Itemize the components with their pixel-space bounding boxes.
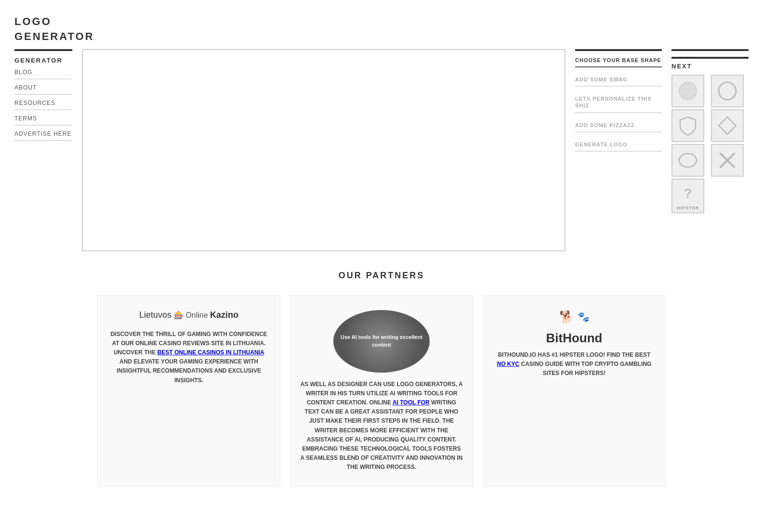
step-personalize[interactable]: LETS PERSONALIZE THIS SHIZ — [575, 95, 662, 113]
site-title: LOGO GENERATOR — [14, 14, 749, 44]
step-div-2 — [575, 86, 662, 87]
right-panels: NEXT — [671, 49, 749, 251]
shape-circle-filled[interactable] — [671, 75, 704, 107]
steps-bar — [575, 49, 662, 51]
step-div-5 — [575, 151, 662, 152]
shapes-grid: ? HIPSTER — [671, 75, 749, 213]
sidebar-divider-1 — [14, 78, 72, 79]
sidebar-item-blog[interactable]: BLOG — [14, 69, 72, 76]
shape-hipster[interactable]: ? HIPSTER — [671, 179, 704, 213]
svg-marker-2 — [719, 117, 736, 134]
casino-logo-online: Online — [185, 311, 210, 319]
svg-point-1 — [719, 82, 736, 100]
svg-point-3 — [679, 154, 697, 167]
svg-text:?: ? — [684, 186, 692, 201]
nokyc-link[interactable]: NO KYC — [497, 361, 520, 367]
sidebar-divider-2 — [14, 94, 72, 95]
step-add-swag[interactable]: ADD SOME SWAG — [575, 76, 662, 87]
aitools-image: Use AI tools for writing excellent conte… — [333, 310, 430, 373]
casino-link[interactable]: BEST ONLINE CASINOS IN LITHUANIA — [158, 349, 264, 356]
step-label-5: GENERATE LOGO — [575, 141, 662, 148]
shape-diamond[interactable] — [711, 109, 744, 142]
bithound-body: BITHOUND.IO HAS #1 HIPSTER LOGO! FIND TH… — [493, 350, 656, 378]
shape-hexagon[interactable] — [671, 144, 704, 177]
logo-canvas — [82, 49, 566, 251]
step-label-1: CHOOSE YOUR BASE SHAPE — [575, 57, 662, 64]
casino-logo: Lietuvos 🎰 Online Kazino — [139, 310, 238, 320]
shape-shield[interactable] — [671, 109, 704, 142]
partner-card-bithound: 🐕 🐾 BitHound BITHOUND.IO HAS #1 HIPSTER … — [483, 295, 666, 487]
step-generate[interactable]: GENERATE LOGO — [575, 141, 662, 152]
sidebar-item-resources[interactable]: RESOURCES — [14, 100, 72, 106]
bithound-paw-icon: 🐾 — [578, 311, 590, 323]
bithound-dog-icon: 🐕 — [559, 310, 574, 324]
sidebar-item-about[interactable]: ABOUT — [14, 84, 72, 91]
step-label-3: LETS PERSONALIZE THIS SHIZ — [575, 95, 662, 109]
hipster-label: HIPSTER — [677, 206, 699, 210]
step-label-2: ADD SOME SWAG — [575, 76, 662, 83]
sidebar-title: GENERATOR — [14, 57, 72, 64]
next-bar — [671, 57, 749, 59]
bithound-logo: 🐕 🐾 — [559, 310, 590, 324]
steps-panel: CHOOSE YOUR BASE SHAPE ADD SOME SWAG LET… — [575, 49, 662, 251]
partner-card-aitools: Use AI tools for writing excellent conte… — [290, 295, 473, 487]
main-layout: GENERATOR BLOG ABOUT RESOURCES TERMS ADV… — [0, 49, 763, 251]
step-pizzazz[interactable]: ADD SOME PIZZAZZ — [575, 122, 662, 132]
casino-logo-text: Lietuvos — [139, 310, 174, 320]
sidebar-divider-5 — [14, 140, 72, 141]
sidebar-divider-3 — [14, 109, 72, 110]
sidebar-item-advertise[interactable]: ADVERTISE HERE — [14, 130, 72, 137]
partner-card-casino: Lietuvos 🎰 Online Kazino DISCOVER THE TH… — [97, 295, 280, 487]
aitools-link[interactable]: AI TOOL FOR — [393, 399, 430, 406]
shapes-panel: NEXT — [671, 49, 749, 213]
shape-circle-outline[interactable] — [711, 75, 744, 107]
casino-body: DISCOVER THE THRILL OF GAMING WITH CONFI… — [107, 330, 270, 385]
partners-title: OUR PARTNERS — [14, 271, 749, 281]
shapes-bar — [671, 49, 749, 51]
step-div-1 — [575, 66, 662, 67]
next-title: NEXT — [671, 63, 749, 70]
partners-section: OUR PARTNERS Lietuvos 🎰 Online Kazino DI… — [0, 251, 763, 502]
partners-grid: Lietuvos 🎰 Online Kazino DISCOVER THE TH… — [14, 295, 749, 487]
step-choose-shape[interactable]: CHOOSE YOUR BASE SHAPE — [575, 57, 662, 67]
step-div-3 — [575, 112, 662, 113]
svg-point-0 — [679, 82, 697, 100]
sidebar-item-terms[interactable]: TERMS — [14, 115, 72, 122]
aitools-body: AS WELL AS DESIGNER CAN USE LOGO GENERAT… — [300, 380, 463, 472]
step-div-4 — [575, 131, 662, 132]
bithound-name: BitHound — [546, 331, 603, 346]
sidebar-bar — [14, 49, 72, 51]
casino-logo-icon: 🎰 — [174, 311, 184, 319]
casino-logo-bold: Kazino — [210, 310, 238, 320]
sidebar-divider-4 — [14, 125, 72, 126]
site-header: LOGO GENERATOR — [0, 0, 763, 49]
sidebar: GENERATOR BLOG ABOUT RESOURCES TERMS ADV… — [14, 49, 72, 251]
step-label-4: ADD SOME PIZZAZZ — [575, 122, 662, 129]
shape-x[interactable] — [711, 144, 744, 177]
